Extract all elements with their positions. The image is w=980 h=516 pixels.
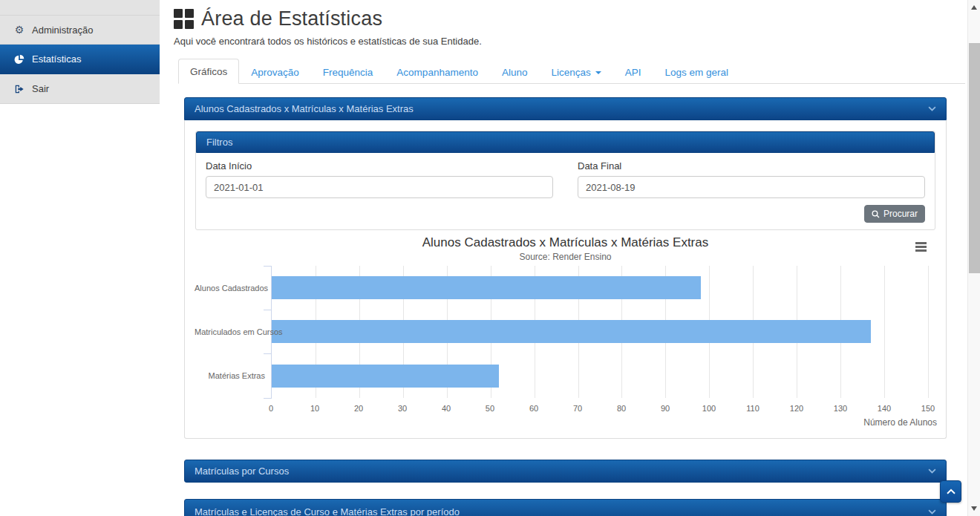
chart-subtitle: Source: Render Ensino [195,251,935,263]
x-tick-label: 120 [790,404,803,413]
bar-row: Matriculados em Cursos [272,310,928,353]
gridline [928,266,929,398]
chart-title: Alunos Cadastrados x Matrículas x Matéri… [195,235,935,251]
tab-licencas[interactable]: Licenças [539,59,612,84]
x-tick-label: 0 [269,404,273,413]
date-end-label: Data Final [578,160,925,172]
hamburger-icon[interactable] [912,238,930,256]
search-icon [872,210,880,218]
panel-body: Filtros Data Início Data Final [184,120,947,439]
category-tick [264,266,272,267]
main-content: Área de Estatísticas Aqui você encontrar… [178,0,967,516]
category-label: Alunos Cadastrados [195,284,265,293]
page-title: Área de Estatísticas [201,7,382,30]
th-large-icon [174,9,194,29]
tab-acompanhamento[interactable]: Acompanhamento [385,59,490,84]
panel-title: Alunos Cadastrados x Matrículas x Matéri… [195,103,414,114]
tab-graficos[interactable]: Gráficos [178,59,239,84]
panel-header[interactable]: Matrículas e Licenças de Curso e Matéria… [184,499,947,516]
search-button[interactable]: Procurar [864,205,925,223]
tab-aprovacao[interactable]: Aprovação [239,59,311,84]
bar-row: Matérias Extras [272,354,928,398]
scrollbar[interactable] [967,0,980,516]
x-tick-label: 150 [921,404,935,413]
caret-down-icon [595,71,601,74]
date-start-input[interactable] [206,176,553,198]
date-start-label: Data Início [206,160,553,172]
panel-header[interactable]: Alunos Cadastrados x Matrículas x Matéri… [184,97,947,120]
chevron-down-icon [928,468,936,474]
chevron-up-icon [947,489,956,494]
panel-alunos-cadastrados: Alunos Cadastrados x Matrículas x Matéri… [184,97,947,439]
x-tick-label: 100 [702,404,716,413]
bar-chart: Alunos Cadastrados x Matrículas x Matéri… [195,235,935,428]
x-tick-label: 20 [354,404,363,413]
x-axis-title: Número de Alunos [271,417,937,428]
gear-icon: ⚙ [13,24,25,36]
x-tick-label: 70 [573,404,582,413]
category-tick [264,353,272,354]
tab-logs[interactable]: Logs em geral [653,59,741,84]
sidebar-item-label: Administração [32,25,93,36]
scroll-up-icon[interactable] [971,5,977,10]
tab-frequencia[interactable]: Frequência [311,59,385,84]
panel-title: Matrículas e Licenças de Curso e Matéria… [195,506,460,516]
x-tick-label: 110 [746,404,760,413]
scroll-down-icon[interactable] [971,506,977,511]
x-axis-ticks: 0102030405060708090100110120130140150 [271,398,928,416]
panel-matriculas-licencas-periodo: Matrículas e Licenças de Curso e Matéria… [184,499,947,516]
chevron-down-icon [928,509,936,515]
page-subtitle: Aqui você encontrará todos os históricos… [174,36,967,47]
sign-out-icon [13,84,25,94]
date-end-input[interactable] [578,176,925,198]
category-label: Matriculados em Cursos [195,327,265,336]
x-tick-label: 50 [486,404,494,413]
sidebar-item-label: Sair [32,83,49,94]
filters-panel: Filtros Data Início Data Final [195,131,935,230]
scrollbar-thumb[interactable] [969,43,980,273]
x-tick-label: 130 [834,404,847,413]
tab-bar: Gráficos Aprovação Frequência Acompanham… [178,59,965,84]
x-tick-label: 140 [878,404,891,413]
x-tick-label: 80 [617,404,626,413]
pie-chart-icon [13,54,25,65]
bar-3 [272,365,499,388]
x-tick-label: 90 [661,404,670,413]
chevron-down-icon [928,106,936,111]
x-tick-label: 30 [398,404,407,413]
sidebar: ⚙ Administração Estatísticas Sair [0,0,160,104]
tab-aluno[interactable]: Aluno [490,59,540,84]
bar-2 [272,320,871,343]
x-tick-label: 40 [442,404,451,413]
sidebar-item-sair[interactable]: Sair [0,74,160,104]
bar-row: Alunos Cadastrados [272,266,928,310]
bar-1 [272,276,701,299]
x-tick-label: 60 [529,404,538,413]
filters-title: Filtros [206,137,232,148]
plot-area: Alunos CadastradosMatriculados em Cursos… [271,266,928,398]
category-tick [264,310,272,310]
sidebar-item-administracao[interactable]: ⚙ Administração [0,15,160,45]
sidebar-item-estatisticas[interactable]: Estatísticas [0,45,160,74]
x-tick-label: 10 [310,404,319,413]
filters-header[interactable]: Filtros [196,131,935,153]
panel-header[interactable]: Matrículas por Cursos [184,460,947,483]
tab-api[interactable]: API [613,59,653,84]
panel-title: Matrículas por Cursos [195,466,289,477]
sidebar-item-label: Estatísticas [32,53,81,65]
category-label: Matérias Extras [195,371,265,380]
back-to-top-button[interactable] [940,480,961,503]
panel-matriculas-por-cursos: Matrículas por Cursos [184,460,947,483]
